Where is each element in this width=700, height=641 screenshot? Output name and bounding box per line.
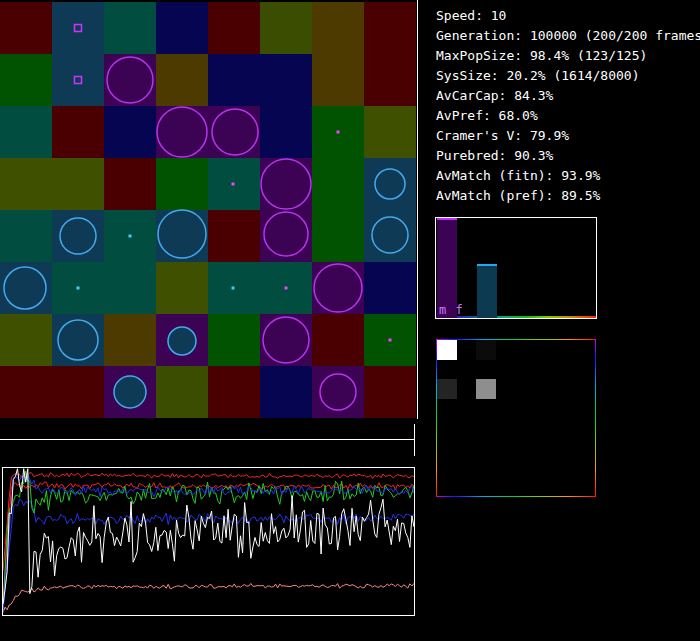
stat-line: AvMatch (pref): 89.5% <box>436 186 700 206</box>
map-tile <box>260 2 312 54</box>
map-tile <box>208 366 260 418</box>
map-tile <box>156 210 208 262</box>
matrix-border-top <box>436 339 596 340</box>
stat-line: MaxPopSize: 98.4% (123/125) <box>436 46 700 66</box>
map-tile <box>364 106 416 158</box>
stat-line: AvCarCap: 84.3% <box>436 86 700 106</box>
stat-line: Cramer's V: 79.9% <box>436 126 700 146</box>
stat-line: AvMatch (fitn): 93.9% <box>436 166 700 186</box>
stat-line: Purebred: 90.3% <box>436 146 700 166</box>
sex-hue-histogram: m f <box>435 217 597 319</box>
map-tile <box>52 106 104 158</box>
map-tile <box>208 314 260 366</box>
map-tile <box>208 54 260 106</box>
map-tile <box>52 2 104 54</box>
map-tile <box>260 106 312 158</box>
stat-line: Generation: 100000 (200/200 frames) <box>436 26 700 46</box>
map-tile <box>312 158 364 210</box>
map-tile <box>0 366 52 418</box>
map-tile <box>260 54 312 106</box>
map-tile <box>0 262 52 314</box>
map-tile <box>364 366 416 418</box>
map-tile <box>364 210 416 262</box>
map-tile <box>52 366 104 418</box>
map-tile <box>364 2 416 54</box>
map-tile <box>208 210 260 262</box>
map-tile <box>156 54 208 106</box>
map-tile <box>104 210 156 262</box>
map-viewport[interactable] <box>0 2 416 418</box>
map-tile <box>156 106 208 158</box>
map-tile <box>156 2 208 54</box>
map-tile <box>208 2 260 54</box>
map-tile <box>312 2 364 54</box>
map-tile <box>104 314 156 366</box>
map-tile <box>0 158 52 210</box>
map-tile <box>104 158 156 210</box>
map-tile <box>156 366 208 418</box>
history-chart-plot <box>3 468 414 615</box>
map-tile <box>364 262 416 314</box>
histogram-bar <box>477 264 497 318</box>
map-tile <box>312 262 364 314</box>
timeline-scrollbar[interactable] <box>0 439 414 440</box>
map-tile <box>260 158 312 210</box>
map-tile <box>0 54 52 106</box>
map-tile <box>312 210 364 262</box>
matrix-border-left <box>436 339 437 497</box>
map-tile <box>312 366 364 418</box>
map-tile <box>104 54 156 106</box>
map-tile <box>0 210 52 262</box>
map-tile <box>260 314 312 366</box>
map-tile <box>52 262 104 314</box>
map-tile <box>156 158 208 210</box>
male-female-label: m f <box>439 303 464 317</box>
chart-series-red-lower <box>3 482 414 600</box>
map-tile <box>208 106 260 158</box>
matrix-border-right <box>595 339 596 497</box>
timeline-scrollbar-handle[interactable] <box>414 424 415 456</box>
stats-panel: Speed: 10Generation: 100000 (200/200 fra… <box>436 6 700 206</box>
map-tile <box>312 314 364 366</box>
map-tile <box>364 314 416 366</box>
chart-series-blue-upper <box>3 475 414 613</box>
map-tile <box>260 262 312 314</box>
histogram-bar-cap <box>477 264 497 266</box>
stat-line: SysSize: 20.2% (1614/8000) <box>436 66 700 86</box>
matrix-cell <box>476 379 496 399</box>
matrix-cell <box>476 340 496 360</box>
matrix-cell <box>437 340 457 360</box>
map-tile <box>156 314 208 366</box>
map-tile <box>208 262 260 314</box>
history-chart <box>2 467 415 616</box>
map-right-border <box>417 0 418 419</box>
histogram-bar-cap <box>437 218 457 220</box>
map-tile <box>104 262 156 314</box>
stat-line: Speed: 10 <box>436 6 700 26</box>
map-tile <box>0 106 52 158</box>
chart-series-pink-floor <box>3 583 414 612</box>
mating-matrix <box>436 339 596 497</box>
map-tile <box>312 106 364 158</box>
map-tile <box>0 314 52 366</box>
map-tile <box>364 54 416 106</box>
map-tile <box>52 54 104 106</box>
map-tile <box>104 366 156 418</box>
map-tile <box>52 158 104 210</box>
map-tile <box>312 54 364 106</box>
map-tile <box>260 210 312 262</box>
map-tile <box>156 262 208 314</box>
map-tile <box>52 210 104 262</box>
map-tile <box>364 158 416 210</box>
map-tile <box>52 314 104 366</box>
map-tile <box>260 366 312 418</box>
matrix-border-bottom <box>436 496 596 497</box>
map-tile <box>104 2 156 54</box>
map-tile <box>104 106 156 158</box>
matrix-cell <box>437 379 457 399</box>
stat-line: AvPref: 68.0% <box>436 106 700 126</box>
map-tile <box>208 158 260 210</box>
map-tile <box>0 2 52 54</box>
